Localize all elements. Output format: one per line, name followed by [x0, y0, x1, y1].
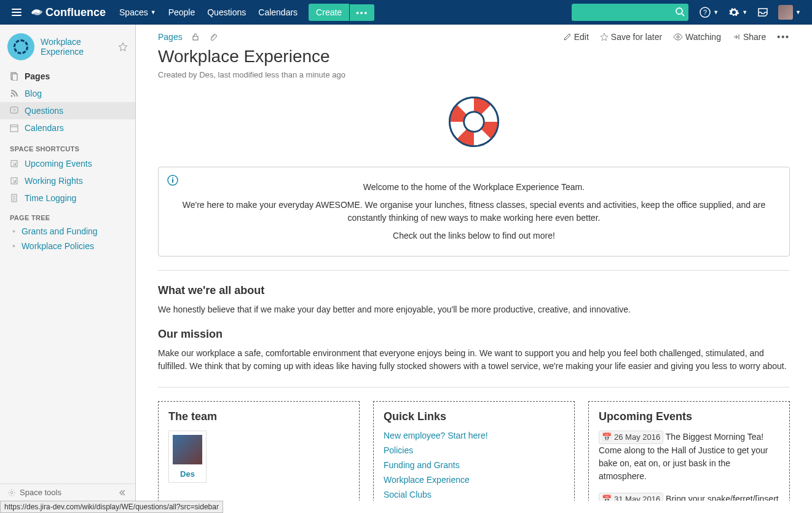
- svg-point-12: [10, 491, 13, 494]
- svg-point-20: [172, 177, 173, 178]
- svg-text:?: ?: [703, 9, 707, 16]
- mission-body: Make our workplace a safe, comfortable e…: [158, 347, 790, 373]
- event-date-badge[interactable]: 📅26 May 2016: [599, 431, 663, 444]
- divider: [158, 270, 790, 271]
- more-actions-button[interactable]: •••: [777, 32, 790, 42]
- pagetree-label: Grants and Funding: [22, 226, 98, 236]
- quick-link[interactable]: Policies: [384, 445, 413, 455]
- panels-row: The team Des Quick Links New employee? S…: [158, 401, 790, 501]
- share-button[interactable]: Share: [732, 32, 766, 42]
- calendar-icon: [10, 124, 21, 132]
- breadcrumb-pages[interactable]: Pages: [158, 32, 183, 42]
- nav-questions[interactable]: Questions: [201, 1, 252, 23]
- space-logo[interactable]: [7, 33, 34, 60]
- collapse-sidebar-icon[interactable]: [119, 488, 128, 497]
- create-button[interactable]: Create: [309, 4, 349, 21]
- nav-spaces[interactable]: Spaces▼: [113, 1, 162, 23]
- sidebar-item-label: Pages: [25, 71, 50, 81]
- caret-down-icon: ▼: [713, 9, 719, 15]
- quick-links-list: New employee? Start here! Policies Fundi…: [384, 431, 564, 499]
- team-panel: The team Des: [158, 401, 360, 501]
- sidebar-item-label: Working Rights: [25, 176, 83, 186]
- svg-rect-21: [172, 179, 173, 183]
- quick-link[interactable]: Workplace Experience: [384, 475, 470, 485]
- save-for-later-button[interactable]: Save for later: [600, 32, 662, 42]
- team-avatar: [173, 435, 202, 464]
- quick-link[interactable]: Funding and Grants: [384, 460, 460, 470]
- info-line: We're here to make your everyday AWESOME…: [170, 199, 778, 225]
- caret-down-icon: ▼: [742, 9, 747, 15]
- page-title: Workplace Experience: [158, 47, 790, 66]
- sidebar-shortcut-upcoming[interactable]: Upcoming Events: [0, 155, 135, 172]
- gear-icon[interactable]: [7, 488, 16, 497]
- search-icon[interactable]: [675, 7, 685, 17]
- shortcut-icon: [10, 177, 21, 185]
- info-line: Welcome to the home of the Workplace Exp…: [170, 181, 778, 194]
- about-body: We honestly believe that if we make your…: [158, 303, 790, 317]
- star-icon: [600, 33, 609, 41]
- global-header: Confluence Spaces▼ People Questions Cale…: [0, 0, 812, 25]
- svg-point-18: [464, 112, 484, 132]
- star-icon[interactable]: [118, 42, 128, 52]
- svg-text:?: ?: [13, 108, 16, 113]
- notifications-tray-icon[interactable]: [752, 3, 773, 22]
- pencil-icon: [563, 33, 572, 41]
- info-line: Check out the links below to find out mo…: [170, 229, 778, 242]
- nav-people[interactable]: People: [162, 1, 202, 23]
- svg-rect-8: [10, 125, 18, 132]
- team-member-card[interactable]: Des: [168, 431, 207, 483]
- help-icon[interactable]: ? ▼: [695, 3, 723, 22]
- sidebar-shortcut-rights[interactable]: Working Rights: [0, 172, 135, 189]
- sidebar-item-blog[interactable]: Blog: [0, 85, 135, 102]
- panel-heading: Upcoming Events: [599, 410, 779, 423]
- user-avatar[interactable]: ▼: [773, 1, 806, 23]
- team-member-name[interactable]: Des: [173, 469, 202, 479]
- info-icon: [167, 175, 178, 186]
- sidebar-shortcut-timelog[interactable]: Time Logging: [0, 189, 135, 207]
- quick-links-panel: Quick Links New employee? Start here! Po…: [373, 401, 575, 501]
- space-header: Workplace Experience: [0, 25, 135, 66]
- app-switcher-icon[interactable]: [6, 3, 27, 22]
- quick-link[interactable]: Social Clubs: [384, 490, 432, 499]
- sidebar-main-nav: Pages Blog ? Questions Calendars: [0, 66, 135, 138]
- eye-icon: [673, 33, 683, 41]
- quick-link[interactable]: New employee? Start here!: [384, 431, 488, 440]
- space-tools-link[interactable]: Space tools: [20, 488, 61, 497]
- attachments-icon[interactable]: [208, 33, 217, 41]
- space-sidebar: Workplace Experience Pages Blog ? Questi…: [0, 25, 136, 501]
- edit-button[interactable]: Edit: [563, 32, 589, 42]
- divider: [158, 387, 790, 388]
- search-container: [572, 4, 688, 21]
- pagetree-item-grants[interactable]: Grants and Funding: [0, 224, 135, 239]
- caret-down-icon: ▼: [795, 9, 801, 15]
- sidebar-footer: Space tools: [0, 483, 135, 501]
- sidebar-item-label: Calendars: [25, 123, 64, 133]
- svg-rect-13: [193, 36, 198, 40]
- event-date-badge[interactable]: 📅31 May 2016: [599, 493, 663, 501]
- caret-down-icon: ▼: [151, 9, 156, 15]
- panel-heading: The team: [168, 410, 349, 423]
- logo-text: Confluence: [45, 6, 106, 19]
- watch-button[interactable]: Watching: [673, 32, 721, 42]
- restrictions-unlocked-icon[interactable]: [191, 33, 200, 41]
- page-content: Pages Edit Save for later Watching Share…: [136, 25, 812, 501]
- page-actions: Edit Save for later Watching Share •••: [563, 32, 790, 42]
- svg-point-0: [676, 8, 682, 14]
- sidebar-item-label: Upcoming Events: [25, 159, 92, 169]
- space-name-link[interactable]: Workplace Experience: [41, 37, 118, 57]
- sidebar-shortcuts-heading: SPACE SHORTCUTS: [0, 138, 135, 155]
- avatar-image: [778, 5, 793, 20]
- sidebar-item-label: Questions: [25, 106, 63, 116]
- sidebar-item-questions[interactable]: ? Questions: [0, 102, 135, 119]
- rss-icon: [10, 89, 21, 98]
- sidebar-item-pages[interactable]: Pages: [0, 68, 135, 85]
- settings-gear-icon[interactable]: ▼: [723, 3, 752, 22]
- search-input[interactable]: [572, 4, 688, 21]
- create-more-button[interactable]: •••: [350, 4, 374, 21]
- confluence-logo[interactable]: Confluence: [31, 6, 106, 19]
- sidebar-item-calendars[interactable]: Calendars: [0, 119, 135, 137]
- pagetree-item-policies[interactable]: Workplace Policies: [0, 239, 135, 253]
- about-heading: What we're all about: [158, 284, 790, 297]
- nav-calendars[interactable]: Calendars: [252, 1, 304, 23]
- share-icon: [732, 33, 741, 41]
